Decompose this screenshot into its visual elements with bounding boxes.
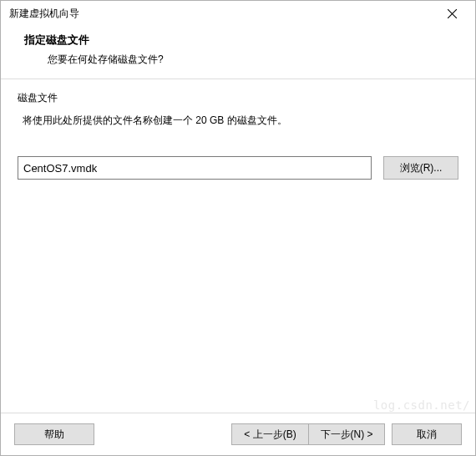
next-button[interactable]: 下一步(N) >	[308, 423, 385, 445]
close-button[interactable]	[435, 2, 468, 25]
cancel-button[interactable]: 取消	[392, 423, 462, 445]
file-row: 浏览(R)...	[18, 156, 458, 180]
disk-file-label: 磁盘文件	[18, 91, 458, 105]
page-subtitle: 您要在何处存储磁盘文件?	[24, 53, 458, 67]
titlebar: 新建虚拟机向导	[1, 1, 475, 26]
help-button[interactable]: 帮助	[14, 423, 94, 445]
back-button[interactable]: < 上一步(B)	[231, 423, 308, 445]
page-title: 指定磁盘文件	[24, 33, 458, 48]
wizard-window: 新建虚拟机向导 指定磁盘文件 您要在何处存储磁盘文件? 磁盘文件 将使用此处所提…	[0, 0, 476, 456]
wizard-footer: 帮助 < 上一步(B) 下一步(N) > 取消	[1, 413, 475, 455]
nav-button-pair: < 上一步(B) 下一步(N) >	[231, 423, 385, 445]
content-area: 磁盘文件 将使用此处所提供的文件名称创建一个 20 GB 的磁盘文件。 浏览(R…	[1, 79, 475, 413]
wizard-header: 指定磁盘文件 您要在何处存储磁盘文件?	[1, 26, 475, 79]
close-icon	[448, 9, 457, 18]
window-title: 新建虚拟机向导	[9, 7, 79, 21]
browse-button[interactable]: 浏览(R)...	[383, 156, 458, 180]
disk-file-input[interactable]	[18, 156, 372, 180]
disk-file-description: 将使用此处所提供的文件名称创建一个 20 GB 的磁盘文件。	[18, 114, 458, 128]
